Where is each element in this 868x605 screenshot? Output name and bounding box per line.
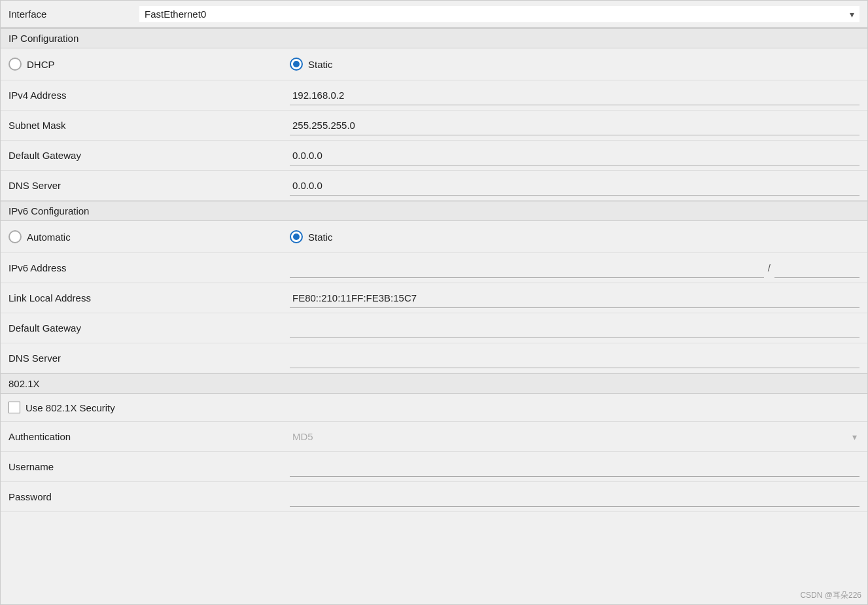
authentication-row: Authentication MD5 ▾ (1, 422, 867, 452)
username-row: Username (1, 452, 867, 482)
ipv4-default-gateway-row: Default Gateway (1, 141, 867, 171)
ipv6-config-section-header: IPv6 Configuration (1, 201, 867, 221)
ipv6-dns-server-input[interactable] (290, 349, 859, 368)
authentication-select-value: MD5 (292, 431, 313, 442)
username-label: Username (9, 461, 290, 472)
ipv6-static-radio-option[interactable]: Static (290, 230, 333, 243)
ipv6-address-row: IPv6 Address / (1, 253, 867, 283)
subnet-mask-row: Subnet Mask (1, 111, 867, 141)
automatic-radio-option[interactable]: Automatic (9, 230, 290, 243)
ipv4-address-input[interactable] (290, 86, 859, 105)
dot1x-checkbox[interactable] (9, 402, 20, 413)
interface-select[interactable]: FastEthernet0 ▾ (139, 6, 859, 22)
ipv4-default-gateway-label: Default Gateway (9, 150, 290, 161)
ip-radio-row: DHCP Static (1, 48, 867, 80)
ipv4-address-label: IPv4 Address (9, 90, 290, 101)
dot1x-checkbox-row[interactable]: Use 802.1X Security (1, 394, 867, 422)
ipv6-address-input[interactable] (290, 258, 764, 278)
ipv4-dns-server-input[interactable] (290, 176, 859, 196)
ipv4-default-gateway-input[interactable] (290, 146, 859, 165)
ipv4-address-row: IPv4 Address (1, 80, 867, 111)
dhcp-radio-circle[interactable] (9, 58, 22, 71)
main-container: Interface FastEthernet0 ▾ IP Configurati… (0, 0, 868, 605)
dot1x-checkbox-label: Use 802.1X Security (26, 402, 115, 413)
static-label: Static (308, 59, 333, 70)
subnet-mask-input[interactable] (290, 116, 859, 135)
ipv6-default-gateway-label: Default Gateway (9, 322, 290, 334)
ipv6-dns-server-row: DNS Server (1, 343, 867, 373)
dot1x-section-header: 802.1X (1, 373, 867, 394)
interface-select-value: FastEthernet0 (145, 9, 206, 20)
interface-label: Interface (9, 9, 139, 20)
ip-config-section-header: IP Configuration (1, 28, 867, 48)
dhcp-label: DHCP (27, 59, 55, 70)
footer-watermark: CSDN @耳朵226 (800, 590, 861, 601)
static-radio-circle[interactable] (290, 58, 303, 71)
link-local-address-row: Link Local Address (1, 283, 867, 313)
ipv6-static-label: Static (308, 232, 333, 243)
ipv6-default-gateway-row: Default Gateway (1, 313, 867, 343)
ipv6-address-label: IPv6 Address (9, 262, 290, 273)
ipv6-radio-row: Automatic Static (1, 221, 867, 253)
password-label: Password (9, 491, 290, 502)
automatic-label: Automatic (27, 232, 71, 243)
ipv6-static-radio-circle[interactable] (290, 230, 303, 243)
automatic-radio-circle[interactable] (9, 230, 22, 243)
password-input[interactable] (290, 487, 859, 507)
interface-row: Interface FastEthernet0 ▾ (1, 1, 867, 28)
link-local-address-label: Link Local Address (9, 292, 290, 303)
authentication-select[interactable]: MD5 ▾ (290, 428, 859, 445)
username-input[interactable] (290, 457, 859, 477)
auth-chevron-icon: ▾ (852, 432, 857, 442)
authentication-label: Authentication (9, 431, 290, 442)
ipv6-default-gateway-input[interactable] (290, 319, 859, 338)
ipv6-input-group: / (290, 258, 859, 278)
subnet-mask-label: Subnet Mask (9, 120, 290, 131)
ipv6-dns-server-label: DNS Server (9, 353, 290, 364)
chevron-down-icon: ▾ (850, 9, 854, 20)
ipv4-dns-server-row: DNS Server (1, 171, 867, 201)
password-row: Password (1, 482, 867, 512)
dhcp-radio-option[interactable]: DHCP (9, 58, 290, 71)
ipv4-dns-server-label: DNS Server (9, 180, 290, 191)
static-radio-option[interactable]: Static (290, 58, 333, 71)
ipv6-prefix-input[interactable] (774, 258, 859, 278)
slash-divider: / (767, 262, 772, 273)
link-local-address-input[interactable] (290, 288, 859, 308)
